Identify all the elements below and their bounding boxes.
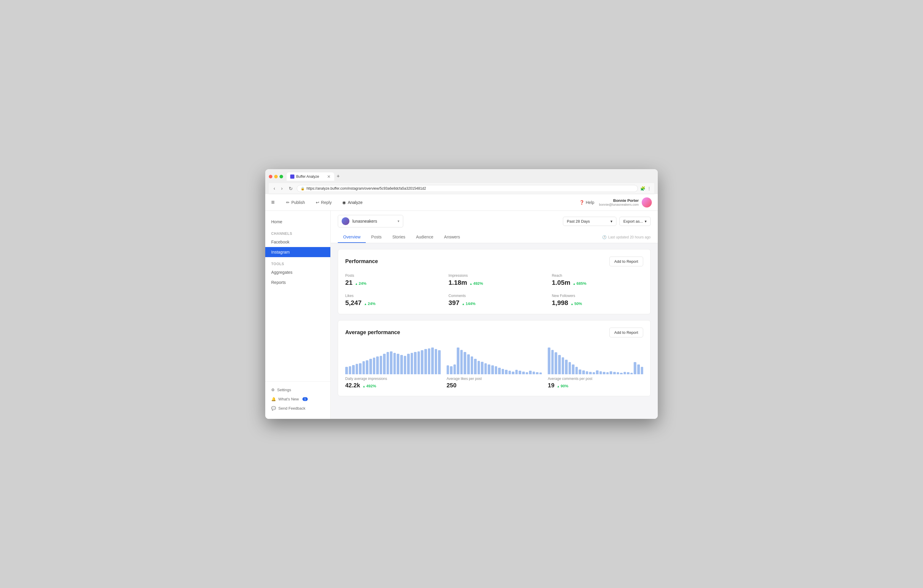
comments-chart-bars [548, 345, 643, 374]
date-range-selector[interactable]: Past 28 Days ▾ [563, 217, 616, 226]
tab-close-button[interactable]: ✕ [327, 174, 331, 179]
user-email: bonnie@lunasneakers.com [599, 203, 639, 206]
likes-change: 24% [364, 301, 376, 306]
settings-item[interactable]: ⚙ Settings [265, 385, 330, 394]
bar [390, 351, 393, 374]
average-performance-add-to-report-button[interactable]: Add to Report [609, 328, 643, 337]
new-tab-button[interactable]: + [334, 172, 342, 181]
bar [370, 359, 372, 374]
metric-impressions: Impressions 1.18m 492% [448, 273, 540, 287]
avatar[interactable] [642, 197, 652, 207]
account-avatar [342, 217, 350, 225]
sidebar-bottom: ⚙ Settings 🔔 What's New 1 💬 Send Feedbac… [265, 381, 330, 413]
traffic-lights [269, 175, 283, 178]
performance-card: Performance Add to Report Posts 21 24% [338, 249, 650, 314]
user-name: Bonnie Porter [599, 198, 639, 203]
content-header: lunasneakers ▾ Past 28 Days ▾ Export as.… [331, 211, 658, 243]
maximize-traffic-light[interactable] [279, 175, 283, 178]
bar [484, 363, 487, 374]
average-performance-title: Average performance [345, 329, 400, 336]
bar [498, 368, 501, 374]
whats-new-item[interactable]: 🔔 What's New 1 [265, 394, 330, 404]
chart-comments: Average comments per post 19 90% [548, 345, 643, 389]
impressions-label: Impressions [448, 273, 540, 278]
export-button[interactable]: Export as... ▾ [619, 217, 650, 226]
bar [609, 371, 612, 374]
sidebar-item-home[interactable]: Home [265, 217, 330, 227]
bar [431, 348, 434, 374]
extensions-button[interactable]: 🧩 [640, 186, 645, 191]
header-right: ❓ Help Bonnie Porter bonnie@lunasneakers… [579, 197, 652, 207]
send-feedback-item[interactable]: 💬 Send Feedback [265, 404, 330, 413]
chart-likes: Average likes per post 250 [447, 345, 542, 389]
instagram-label: Instagram [271, 250, 290, 255]
browser-actions: 🧩 ⋮ [640, 186, 651, 191]
tab-posts[interactable]: Posts [366, 232, 387, 243]
comments-chart-value: 19 [548, 382, 554, 389]
settings-label: Settings [277, 388, 291, 392]
buffer-logo[interactable]: ≡ [271, 199, 275, 206]
sidebar-item-facebook[interactable]: Facebook [265, 237, 330, 247]
bar [352, 365, 355, 374]
bar [411, 353, 413, 374]
bar [363, 361, 365, 374]
bar [376, 356, 379, 374]
refresh-button[interactable]: ↻ [287, 185, 294, 192]
bar [509, 371, 511, 374]
minimize-traffic-light[interactable] [274, 175, 278, 178]
tools-label: Tools [265, 260, 330, 267]
performance-card-header: Performance Add to Report [345, 256, 643, 266]
nav-analyze[interactable]: ◉ Analyze [337, 198, 368, 207]
bar [366, 360, 368, 374]
whats-new-badge: 1 [302, 397, 308, 401]
account-selector[interactable]: lunasneakers ▾ [338, 215, 403, 227]
bar [586, 371, 588, 374]
bar [529, 371, 532, 374]
send-feedback-label: Send Feedback [278, 406, 305, 411]
bar [345, 367, 348, 374]
nav-publish[interactable]: ✏ Publish [281, 198, 310, 207]
tabs-row: Overview Posts Stories Audience Answers [338, 232, 465, 243]
publish-icon: ✏ [286, 200, 290, 205]
bar [522, 371, 525, 374]
url-input[interactable] [307, 186, 634, 191]
sidebar-item-reports[interactable]: Reports [265, 278, 330, 287]
browser-tab[interactable]: Buffer Analyze ✕ [287, 172, 334, 181]
address-bar: 🔒 [297, 185, 638, 192]
metric-comments: Comments 397 144% [448, 294, 540, 307]
impressions-chart-bars [345, 345, 441, 374]
tab-audience[interactable]: Audience [411, 232, 439, 243]
performance-metrics: Posts 21 24% Impressions 1.18m 492% [345, 273, 643, 307]
bar [349, 366, 351, 374]
bar [393, 353, 396, 374]
bar [450, 366, 453, 374]
bar [596, 370, 599, 374]
menu-button[interactable]: ⋮ [647, 186, 651, 191]
bar [460, 350, 463, 374]
sidebar-item-instagram[interactable]: Instagram [265, 247, 330, 257]
impressions-chart-label: Daily average impressions [345, 377, 441, 381]
close-traffic-light[interactable] [269, 175, 273, 178]
help-button[interactable]: ❓ Help [579, 200, 595, 205]
nav-reply[interactable]: ↩ Reply [310, 198, 337, 207]
forward-button[interactable]: › [279, 185, 284, 192]
app-header: ≡ ✏ Publish ↩ Reply ◉ Analyze ❓ Help Bo [265, 194, 658, 211]
comments-value: 397 [448, 299, 460, 307]
nav-reply-label: Reply [321, 200, 332, 205]
tab-overview[interactable]: Overview [338, 232, 366, 243]
tab-answers[interactable]: Answers [439, 232, 465, 243]
header-nav: ✏ Publish ↩ Reply ◉ Analyze [281, 198, 368, 207]
performance-title: Performance [345, 258, 378, 264]
bar [568, 362, 571, 374]
back-button[interactable]: ‹ [272, 185, 277, 192]
performance-add-to-report-button[interactable]: Add to Report [609, 256, 643, 266]
likes-chart-value: 250 [447, 382, 457, 389]
browser-chrome: Buffer Analyze ✕ + ‹ › ↻ 🔒 🧩 ⋮ [265, 169, 658, 194]
posts-change: 24% [355, 281, 366, 286]
bar [471, 356, 473, 374]
tab-stories[interactable]: Stories [387, 232, 411, 243]
bar [397, 354, 399, 374]
sidebar-item-aggregates[interactable]: Aggregates [265, 267, 330, 278]
bar [491, 365, 494, 374]
reach-change: 685% [573, 281, 586, 286]
